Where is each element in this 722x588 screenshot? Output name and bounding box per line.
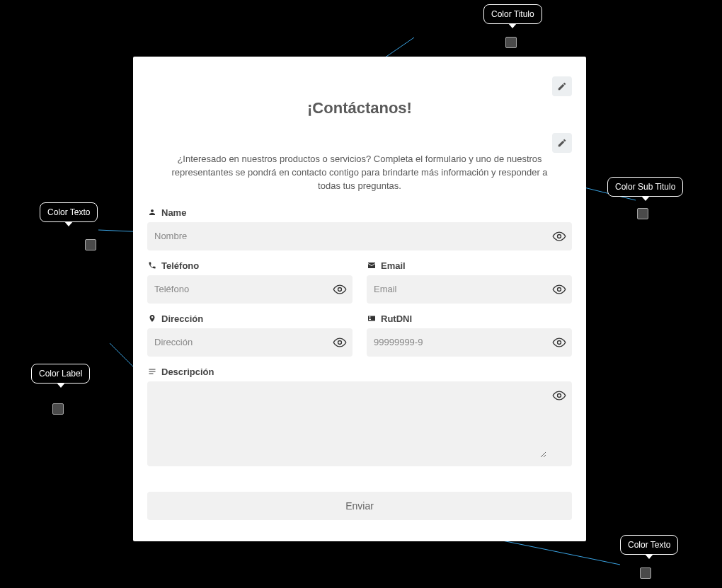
tooltip-label: Color Label [39,369,82,379]
address-input[interactable] [154,328,327,357]
input-wrap-email [367,275,572,304]
swatch-titulo[interactable] [505,37,517,48]
swatch-subtitulo[interactable] [637,208,648,219]
eye-icon [552,388,566,403]
svg-point-9 [558,340,561,344]
visibility-toggle-phone[interactable] [333,282,347,296]
visibility-toggle-rutdni[interactable] [552,335,566,350]
phone-icon [147,260,157,270]
eye-icon [552,229,566,243]
lines-icon [147,367,157,376]
label-text: Email [381,260,406,271]
tooltip-color-titulo: Color Titulo [483,4,542,24]
edit-title-button[interactable] [552,76,572,96]
svg-point-8 [338,340,342,344]
label-phone: Teléfono [147,260,353,271]
swatch-texto-right[interactable] [640,567,651,579]
name-input[interactable] [154,222,546,250]
label-text: Descripción [161,367,214,377]
svg-point-10 [558,393,561,397]
edit-subtitle-button[interactable] [552,133,572,153]
pencil-icon [557,138,567,148]
description-textarea[interactable] [154,387,546,458]
label-rutdni: RutDNI [367,313,572,324]
eye-icon [552,335,566,350]
label-address: Dirección [147,313,353,324]
field-address: Dirección [147,313,353,357]
label-email: Email [367,260,572,271]
svg-point-7 [558,287,561,291]
input-wrap-name [147,222,572,250]
submit-button[interactable]: Enviar [147,492,572,520]
envelope-icon [367,260,377,270]
field-name: Name [147,207,572,250]
phone-input[interactable] [154,275,327,304]
email-input[interactable] [374,275,546,304]
input-wrap-rutdni [367,328,572,357]
person-icon [147,207,157,217]
tooltip-color-texto-right: Color Texto [620,535,678,555]
tooltip-label: Color Texto [47,207,90,217]
tooltip-label: Color Titulo [491,9,534,19]
label-description: Descripción [147,367,572,377]
input-wrap-phone [147,275,353,304]
visibility-toggle-description[interactable] [552,388,566,403]
field-email: Email [367,260,572,304]
form-subtitle: ¿Interesado en nuestros productos o serv… [147,153,572,193]
svg-point-5 [558,234,561,238]
eye-icon [333,335,347,350]
svg-point-6 [338,287,342,291]
contact-form-card: ¡Contáctanos! ¿Interesado en nuestros pr… [133,57,586,541]
label-text: Dirección [161,313,203,324]
tooltip-label: Color Texto [628,540,670,550]
visibility-toggle-email[interactable] [552,282,566,296]
field-description: Descripción [147,367,572,466]
swatch-texto-left[interactable] [85,239,96,250]
tooltip-color-texto-left: Color Texto [40,202,98,222]
textarea-wrap-description [147,381,572,466]
label-text: Name [161,207,186,218]
tooltip-color-label: Color Label [31,364,90,384]
tooltip-color-subtitulo: Color Sub Titulo [607,177,683,197]
pencil-icon [557,81,567,91]
label-text: Teléfono [161,260,199,271]
location-icon [147,313,157,323]
visibility-toggle-name[interactable] [552,229,566,243]
swatch-label[interactable] [52,403,64,415]
label-text: RutDNI [381,313,412,324]
eye-icon [552,282,566,296]
field-rutdni: RutDNI [367,313,572,357]
visibility-toggle-address[interactable] [333,335,347,350]
rutdni-input[interactable] [374,328,546,357]
form-title: ¡Contáctanos! [147,99,572,117]
input-wrap-address [147,328,353,357]
id-card-icon [367,313,377,323]
eye-icon [333,282,347,296]
label-name: Name [147,207,572,218]
field-phone: Teléfono [147,260,353,304]
tooltip-label: Color Sub Titulo [615,182,675,192]
